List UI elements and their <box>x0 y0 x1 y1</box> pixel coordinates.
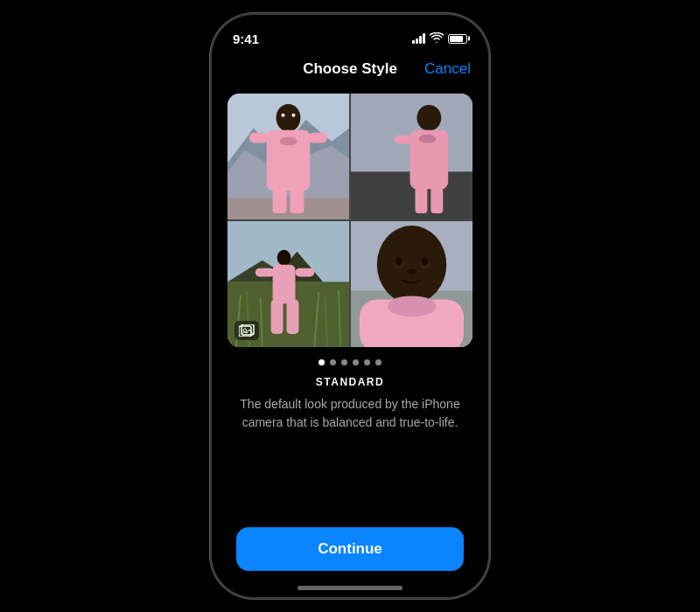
svg-point-16 <box>416 105 441 131</box>
svg-rect-36 <box>287 299 299 334</box>
style-label: STANDARD <box>316 376 384 388</box>
dot-1[interactable] <box>318 359 325 365</box>
svg-rect-34 <box>273 265 296 304</box>
bar2 <box>416 38 418 44</box>
bar4 <box>423 33 425 44</box>
svg-point-10 <box>282 114 285 117</box>
signal-bars-icon <box>412 33 425 44</box>
svg-rect-7 <box>308 133 327 143</box>
svg-point-52 <box>408 269 416 275</box>
dot-4[interactable] <box>353 359 359 365</box>
battery-fill <box>450 36 463 42</box>
photo-cell-bottom-right <box>351 221 472 347</box>
photo-cell-top-left <box>228 94 349 219</box>
dot-3[interactable] <box>341 359 347 365</box>
nav-header: Choose Style Cancel <box>212 53 488 85</box>
nav-title: Choose Style <box>303 60 397 78</box>
photo-library-icon <box>234 321 259 340</box>
svg-rect-20 <box>430 185 443 213</box>
cancel-button[interactable]: Cancel <box>424 60 471 78</box>
svg-point-4 <box>276 104 301 132</box>
dot-2[interactable] <box>330 359 336 365</box>
svg-rect-35 <box>271 299 284 334</box>
style-description: The default look produced by the iPhone … <box>229 395 471 432</box>
svg-rect-38 <box>295 268 314 277</box>
photo-cell-top-right <box>351 94 472 219</box>
phone-screen: 9:41 <box>212 15 488 597</box>
battery-icon <box>448 34 467 44</box>
svg-rect-8 <box>273 187 287 213</box>
svg-point-50 <box>396 257 402 266</box>
dynamic-island <box>311 24 389 48</box>
svg-rect-6 <box>249 133 269 143</box>
svg-point-12 <box>280 137 298 146</box>
bar3 <box>419 36 422 44</box>
main-content: STANDARD The default look produced by th… <box>212 85 488 597</box>
bar1 <box>412 40 415 44</box>
status-time: 9:41 <box>233 31 259 46</box>
svg-rect-37 <box>256 268 275 277</box>
home-indicator <box>298 586 402 590</box>
phone-frame: 9:41 <box>210 13 490 599</box>
dot-6[interactable] <box>375 359 382 365</box>
svg-rect-19 <box>415 185 427 213</box>
continue-button[interactable]: Continue <box>236 527 464 571</box>
svg-rect-3 <box>228 198 349 219</box>
photo-grid <box>228 94 472 347</box>
dot-5[interactable] <box>364 359 370 365</box>
svg-point-33 <box>277 250 291 266</box>
svg-rect-9 <box>290 187 304 213</box>
svg-point-11 <box>291 114 295 117</box>
wifi-icon <box>430 32 444 45</box>
svg-point-45 <box>377 226 446 303</box>
status-icons <box>412 32 467 45</box>
photo-cell-bottom-left <box>228 221 349 347</box>
svg-rect-18 <box>395 136 412 144</box>
svg-point-47 <box>388 296 437 316</box>
svg-point-21 <box>418 135 436 143</box>
page-dots <box>318 359 382 365</box>
svg-point-51 <box>421 257 428 266</box>
